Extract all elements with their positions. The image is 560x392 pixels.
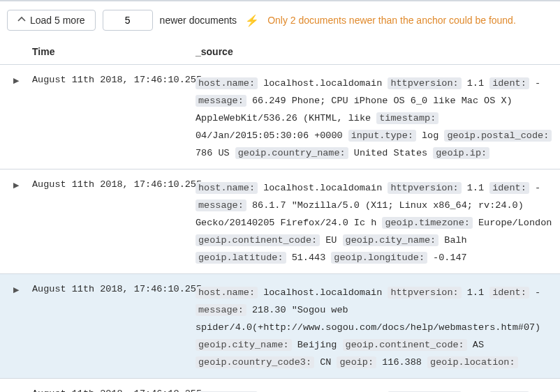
row-time: August 11th 2018, 17:46:10.255 (32, 389, 196, 392)
field-value: Balh (444, 235, 466, 246)
field-key: host.name (196, 182, 258, 194)
field-key: ident (489, 182, 529, 194)
row-source: host.name localhost.localdomain httpvers… (196, 179, 560, 266)
field-key: message (196, 199, 246, 211)
bolt-icon: ⚡ (245, 14, 259, 27)
table-row[interactable]: ▶August 11th 2018, 17:46:10.255host.name… (0, 379, 560, 392)
field-value: EU (325, 235, 337, 246)
field-value: - (535, 287, 540, 298)
field-key: input.type (348, 130, 416, 142)
expand-row-icon[interactable]: ▶ (13, 181, 19, 266)
field-value: - (535, 78, 540, 89)
expand-row-icon[interactable]: ▶ (13, 285, 19, 371)
field-key: timestamp (376, 112, 439, 124)
field-key: host.name (196, 77, 258, 89)
field-key: ident (489, 77, 529, 89)
field-key: geoip.postal_code (444, 130, 552, 142)
load-count-input[interactable] (103, 10, 153, 31)
field-value: CN (320, 357, 331, 368)
field-value: log (422, 130, 439, 141)
field-text: h (371, 218, 376, 228)
table-row[interactable]: ▶August 11th 2018, 17:46:10.255host.name… (0, 169, 560, 274)
field-text: "Sogou web spider/4.0(+http://www.sogou.… (196, 305, 540, 333)
field-value: 51.443 (292, 252, 326, 263)
table-row[interactable]: ▶August 11th 2018, 17:46:10.255host.name… (0, 65, 560, 169)
field-key: geoip.ip (433, 147, 489, 159)
field-key: host.name (196, 287, 258, 299)
table-row[interactable]: ▶August 11th 2018, 17:46:10.255host.name… (0, 274, 560, 379)
field-key: geoip (337, 356, 376, 368)
field-key: message (196, 95, 246, 107)
load-more-label: Load 5 more (30, 15, 85, 26)
field-value: 1.1 (467, 78, 484, 89)
column-header-time[interactable]: Time (32, 46, 196, 57)
newer-documents-label: newer documents (160, 15, 237, 26)
expand-row-icon[interactable]: ▶ (13, 76, 19, 162)
load-more-button[interactable]: Load 5 more (7, 10, 96, 31)
field-value: - (535, 183, 540, 193)
column-header-source[interactable]: _source (196, 46, 233, 57)
field-value: Beijing (297, 340, 337, 350)
field-value: localhost.localdomain (263, 183, 382, 193)
row-source: host.name localhost.localdomain httpvers… (196, 75, 560, 162)
field-value: Europe/London (478, 218, 552, 228)
row-time: August 11th 2018, 17:46:10.255 (32, 284, 196, 371)
field-key: geoip.location (427, 356, 518, 368)
anchor-warning-text: Only 2 documents newer than the anchor c… (267, 15, 516, 26)
field-key: httpversion (388, 287, 461, 299)
field-value: 786 (196, 148, 212, 158)
field-value: localhost.localdomain (263, 78, 382, 89)
field-key: geoip.city_name (343, 234, 439, 246)
table-header: Time _source (0, 39, 560, 65)
field-key: geoip.longitude (331, 252, 427, 264)
pagination-bar: Load 5 more newer documents ⚡ Only 2 doc… (0, 0, 560, 39)
field-value: 1.1 (467, 287, 484, 298)
field-value: 04/Jan/2015:05:30:06 +0000 (196, 130, 343, 141)
field-text: 116.388 (382, 357, 422, 368)
chevron-up-icon (17, 15, 26, 26)
field-key: message (196, 304, 246, 316)
field-value: 86.1.7 (252, 200, 286, 211)
row-source: host.name localhost.localdomain httpvers… (196, 389, 560, 392)
field-key: ident (489, 287, 529, 299)
field-key: geoip.latitude (196, 252, 286, 264)
field-value: 1.1 (467, 183, 484, 193)
field-value: 66.249 (252, 96, 286, 106)
field-key: geoip.city_name (196, 339, 292, 351)
field-key: geoip.timezone (382, 217, 473, 229)
field-key: geoip.continent_code (343, 339, 467, 351)
field-text: US (218, 148, 229, 158)
field-value: -0.147 (433, 252, 467, 263)
field-key: geoip.country_code3 (196, 356, 314, 368)
field-value: localhost.localdomain (263, 287, 382, 298)
field-key: httpversion (388, 77, 461, 89)
field-key: geoip.country_name (235, 147, 348, 159)
field-value: United States (354, 148, 427, 158)
row-time: August 11th 2018, 17:46:10.255 (32, 179, 196, 266)
field-value: AS (473, 340, 484, 350)
field-key: httpversion (388, 182, 461, 194)
document-rows: ▶August 11th 2018, 17:46:10.255host.name… (0, 65, 560, 392)
field-value: 218.30 (252, 305, 286, 315)
row-source: host.name localhost.localdomain httpvers… (196, 284, 560, 371)
field-key: geoip.continent_code (196, 234, 320, 246)
row-time: August 11th 2018, 17:46:10.255 (32, 75, 196, 162)
